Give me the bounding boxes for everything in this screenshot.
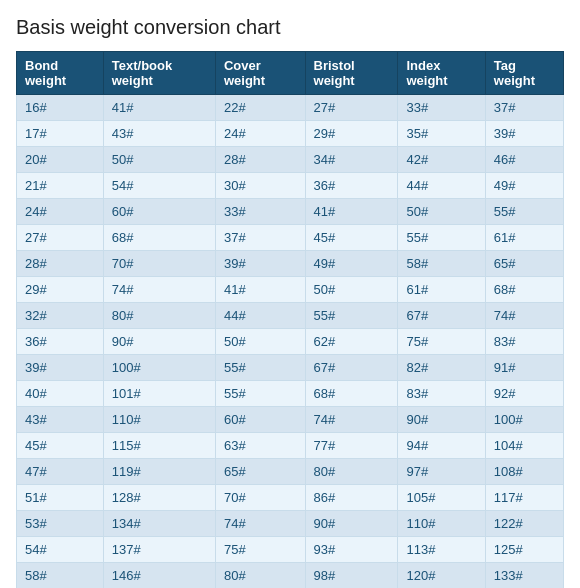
table-row: 40#101#55#68#83#92# — [17, 381, 564, 407]
table-cell: 40# — [17, 381, 104, 407]
table-cell: 24# — [215, 121, 305, 147]
table-cell: 49# — [485, 173, 563, 199]
table-cell: 67# — [305, 355, 398, 381]
table-cell: 80# — [215, 563, 305, 589]
page-title: Basis weight conversion chart — [16, 16, 564, 39]
table-cell: 70# — [215, 485, 305, 511]
table-row: 45#115#63#77#94#104# — [17, 433, 564, 459]
table-cell: 45# — [305, 225, 398, 251]
table-cell: 82# — [398, 355, 485, 381]
table-row: 27#68#37#45#55#61# — [17, 225, 564, 251]
table-cell: 60# — [103, 199, 215, 225]
table-row: 24#60#33#41#50#55# — [17, 199, 564, 225]
table-cell: 94# — [398, 433, 485, 459]
table-row: 47#119#65#80#97#108# — [17, 459, 564, 485]
table-cell: 43# — [103, 121, 215, 147]
table-cell: 53# — [17, 511, 104, 537]
table-row: 21#54#30#36#44#49# — [17, 173, 564, 199]
table-cell: 125# — [485, 537, 563, 563]
table-cell: 108# — [485, 459, 563, 485]
table-cell: 41# — [305, 199, 398, 225]
table-cell: 55# — [485, 199, 563, 225]
table-cell: 65# — [485, 251, 563, 277]
table-cell: 90# — [398, 407, 485, 433]
table-row: 36#90#50#62#75#83# — [17, 329, 564, 355]
table-cell: 45# — [17, 433, 104, 459]
table-cell: 110# — [103, 407, 215, 433]
table-cell: 54# — [103, 173, 215, 199]
table-cell: 24# — [17, 199, 104, 225]
table-cell: 98# — [305, 563, 398, 589]
table-header-row: Bond weightText/book weightCover weightB… — [17, 52, 564, 95]
table-cell: 35# — [398, 121, 485, 147]
table-cell: 55# — [215, 355, 305, 381]
table-cell: 115# — [103, 433, 215, 459]
table-row: 17#43#24#29#35#39# — [17, 121, 564, 147]
table-cell: 27# — [305, 95, 398, 121]
table-cell: 21# — [17, 173, 104, 199]
table-row: 29#74#41#50#61#68# — [17, 277, 564, 303]
table-cell: 100# — [485, 407, 563, 433]
table-cell: 77# — [305, 433, 398, 459]
table-cell: 61# — [485, 225, 563, 251]
table-cell: 17# — [17, 121, 104, 147]
table-cell: 58# — [398, 251, 485, 277]
table-cell: 51# — [17, 485, 104, 511]
table-cell: 68# — [305, 381, 398, 407]
table-cell: 101# — [103, 381, 215, 407]
table-cell: 86# — [305, 485, 398, 511]
table-cell: 90# — [103, 329, 215, 355]
table-cell: 55# — [398, 225, 485, 251]
table-cell: 42# — [398, 147, 485, 173]
table-cell: 93# — [305, 537, 398, 563]
table-cell: 50# — [215, 329, 305, 355]
table-cell: 83# — [485, 329, 563, 355]
table-cell: 58# — [17, 563, 104, 589]
table-cell: 110# — [398, 511, 485, 537]
table-cell: 68# — [103, 225, 215, 251]
table-row: 53#134#74#90#110#122# — [17, 511, 564, 537]
table-cell: 54# — [17, 537, 104, 563]
table-row: 43#110#60#74#90#100# — [17, 407, 564, 433]
table-cell: 46# — [485, 147, 563, 173]
table-cell: 119# — [103, 459, 215, 485]
table-cell: 91# — [485, 355, 563, 381]
table-cell: 113# — [398, 537, 485, 563]
table-cell: 55# — [215, 381, 305, 407]
table-cell: 70# — [103, 251, 215, 277]
table-cell: 63# — [215, 433, 305, 459]
column-header: Bristol weight — [305, 52, 398, 95]
table-cell: 27# — [17, 225, 104, 251]
table-cell: 67# — [398, 303, 485, 329]
table-cell: 74# — [305, 407, 398, 433]
table-cell: 134# — [103, 511, 215, 537]
table-cell: 44# — [215, 303, 305, 329]
table-cell: 75# — [398, 329, 485, 355]
table-cell: 28# — [17, 251, 104, 277]
table-cell: 74# — [485, 303, 563, 329]
table-cell: 83# — [398, 381, 485, 407]
table-cell: 37# — [215, 225, 305, 251]
column-header: Tag weight — [485, 52, 563, 95]
table-cell: 97# — [398, 459, 485, 485]
table-cell: 39# — [17, 355, 104, 381]
table-cell: 75# — [215, 537, 305, 563]
table-cell: 34# — [305, 147, 398, 173]
table-row: 58#146#80#98#120#133# — [17, 563, 564, 589]
table-cell: 39# — [215, 251, 305, 277]
table-cell: 50# — [103, 147, 215, 173]
column-header: Bond weight — [17, 52, 104, 95]
table-cell: 133# — [485, 563, 563, 589]
table-cell: 16# — [17, 95, 104, 121]
table-cell: 43# — [17, 407, 104, 433]
table-cell: 146# — [103, 563, 215, 589]
table-cell: 80# — [305, 459, 398, 485]
table-row: 16#41#22#27#33#37# — [17, 95, 564, 121]
table-cell: 60# — [215, 407, 305, 433]
table-cell: 29# — [17, 277, 104, 303]
table-row: 54#137#75#93#113#125# — [17, 537, 564, 563]
table-cell: 22# — [215, 95, 305, 121]
table-cell: 37# — [485, 95, 563, 121]
table-row: 32#80#44#55#67#74# — [17, 303, 564, 329]
table-cell: 36# — [305, 173, 398, 199]
